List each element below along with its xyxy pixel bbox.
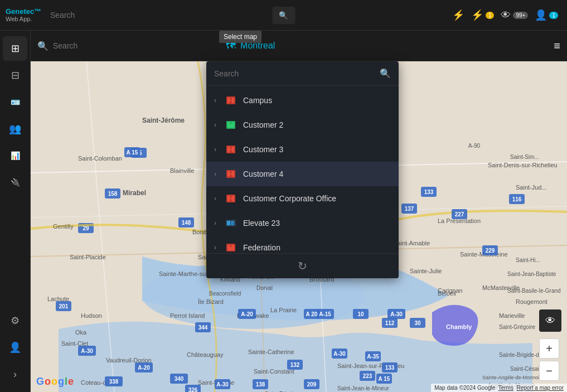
cameras-badge: 99+ bbox=[513, 12, 528, 19]
svg-text:138: 138 bbox=[256, 381, 265, 388]
topbar: Genetec™ Web App. 🔍 ⚡ ⚡ 1 👁 99+ 👤 1 bbox=[0, 0, 567, 31]
alerts-button[interactable]: ⚡ 1 bbox=[471, 9, 495, 21]
svg-text:A-30: A-30 bbox=[390, 311, 403, 317]
topbar-search-input[interactable] bbox=[50, 11, 229, 20]
topbar-right-controls: ⚡ ⚡ 1 👁 99+ 👤 1 bbox=[452, 9, 567, 21]
dropdown-item-elevate23[interactable]: › Elevate 23 bbox=[206, 211, 399, 235]
dropdown-search-area: 🔍 bbox=[206, 61, 399, 86]
svg-text:Dorval: Dorval bbox=[256, 285, 273, 291]
svg-point-146 bbox=[230, 196, 232, 198]
svg-text:326: 326 bbox=[188, 387, 198, 392]
zoom-in-icon: + bbox=[546, 342, 553, 355]
chevron-icon: › bbox=[214, 96, 216, 104]
svg-text:30: 30 bbox=[414, 320, 421, 326]
svg-text:Sainte-Catherine: Sainte-Catherine bbox=[248, 349, 294, 355]
svg-point-140 bbox=[230, 147, 232, 149]
svg-text:132: 132 bbox=[290, 362, 300, 368]
svg-text:10: 10 bbox=[357, 311, 364, 317]
svg-text:A-20: A-20 bbox=[138, 365, 150, 371]
svg-text:227: 227 bbox=[455, 211, 464, 217]
dropdown-item-customer4[interactable]: › Customer 4 bbox=[206, 162, 399, 186]
svg-text:A-35: A-35 bbox=[367, 354, 379, 360]
svg-text:A-30: A-30 bbox=[81, 348, 93, 354]
identity-icon: ⚡ bbox=[452, 9, 464, 21]
map-search-icon: 🔍 bbox=[37, 41, 49, 51]
elevate23-label: Elevate 23 bbox=[243, 219, 280, 228]
zoom-out-button[interactable]: − bbox=[539, 361, 559, 381]
dropdown-item-campus[interactable]: › Campus bbox=[206, 88, 399, 113]
svg-rect-148 bbox=[227, 221, 230, 225]
map-header: 🔍 🗺 Montreal ≡ bbox=[31, 31, 567, 61]
svg-text:Beaconsfield: Beaconsfield bbox=[209, 291, 241, 297]
dropdown-item-customer2[interactable]: › Customer 2 bbox=[206, 113, 399, 137]
terms-link[interactable]: Terms bbox=[498, 385, 513, 391]
svg-text:Châteauguay: Châteauguay bbox=[187, 351, 224, 358]
svg-text:Saint-Hi...: Saint-Hi... bbox=[516, 257, 540, 263]
dropdown-search-icon: 🔍 bbox=[380, 68, 391, 79]
sidebar-item-charts[interactable]: 📊 bbox=[3, 143, 27, 168]
zoom-in-button[interactable]: + bbox=[539, 338, 559, 359]
svg-text:209: 209 bbox=[307, 381, 317, 388]
dropdown-search-input[interactable] bbox=[214, 69, 375, 78]
svg-text:A-15: A-15 bbox=[319, 311, 331, 317]
svg-text:Perrot Island: Perrot Island bbox=[170, 312, 205, 319]
sidebar-item-plugin[interactable]: 🔌 bbox=[3, 170, 27, 195]
svg-text:Saint-Denis-sur-Richelieu: Saint-Denis-sur-Richelieu bbox=[488, 162, 558, 168]
customer-corp-map-icon bbox=[224, 192, 238, 205]
svg-text:A-30: A-30 bbox=[333, 351, 346, 357]
sidebar-item-account[interactable]: 👤 bbox=[3, 335, 27, 360]
center-search-button[interactable]: 🔍 bbox=[272, 7, 295, 24]
svg-text:A 20: A 20 bbox=[306, 311, 318, 317]
user-badge: 1 bbox=[549, 12, 558, 19]
sidebar-item-idcard[interactable]: 🪪 bbox=[3, 90, 27, 114]
svg-text:A-30: A-30 bbox=[216, 381, 229, 388]
customer4-label: Customer 4 bbox=[243, 170, 283, 178]
sidebar-bottom: ⚙ 👤 › bbox=[3, 308, 27, 392]
dropdown-item-customer3[interactable]: › Customer 3 bbox=[206, 137, 399, 162]
report-link[interactable]: Report a map error bbox=[517, 385, 564, 391]
layers-button[interactable]: ≡ bbox=[275, 40, 560, 52]
svg-text:Saint-Jérôme: Saint-Jérôme bbox=[142, 117, 185, 124]
customer3-label: Customer 3 bbox=[243, 145, 283, 154]
user-button[interactable]: 👤 1 bbox=[535, 9, 558, 21]
map-header-right: 🗺 Montreal ≡ bbox=[226, 40, 560, 52]
customer4-map-icon bbox=[224, 167, 238, 181]
brand-subtitle: Web App. bbox=[6, 16, 39, 23]
users-icon: 👥 bbox=[9, 123, 21, 135]
dropdown-item-federation[interactable]: › Federation bbox=[206, 235, 399, 253]
svg-text:116: 116 bbox=[512, 196, 522, 202]
select-map-tooltip: Select map bbox=[219, 31, 261, 43]
brand-name: Genetec™ bbox=[6, 7, 39, 16]
customer-corp-label: Customer Corporate Office bbox=[243, 194, 336, 203]
search-icon: 🔍 bbox=[279, 11, 288, 20]
svg-text:Oka: Oka bbox=[75, 329, 87, 336]
svg-point-152 bbox=[230, 245, 232, 247]
refresh-button[interactable]: ↻ bbox=[298, 259, 307, 273]
svg-text:Saint-Basile-le-Grand: Saint-Basile-le-Grand bbox=[507, 288, 561, 294]
eye-toggle-button[interactable]: 👁 bbox=[539, 309, 561, 332]
dropdown-footer: ↻ bbox=[206, 253, 399, 278]
svg-text:A-20: A-20 bbox=[241, 311, 253, 317]
svg-point-134 bbox=[230, 98, 232, 100]
sidebar-item-settings[interactable]: ⚙ bbox=[3, 308, 27, 333]
svg-text:A-90: A-90 bbox=[468, 143, 481, 149]
svg-text:Saint-Jud...: Saint-Jud... bbox=[516, 184, 547, 191]
svg-text:158: 158 bbox=[108, 191, 118, 197]
svg-text:344: 344 bbox=[198, 325, 208, 331]
map-search-input[interactable] bbox=[53, 41, 164, 50]
sidebar-item-expand[interactable]: › bbox=[3, 362, 27, 386]
svg-text:Île Bizard: Île Bizard bbox=[197, 298, 224, 305]
map-attribution: Map data ©2024 Google Terms Report a map… bbox=[431, 384, 567, 392]
sidebar-item-dashboard[interactable]: ⊞ bbox=[3, 36, 27, 61]
svg-text:Sainte-Angèle-de-Monnoir: Sainte-Angèle-de-Monnoir bbox=[482, 375, 541, 380]
chevron-icon: › bbox=[214, 170, 216, 178]
dropdown-item-customer-corp[interactable]: › Customer Corporate Office bbox=[206, 186, 399, 211]
svg-text:201: 201 bbox=[59, 303, 69, 309]
identity-button[interactable]: ⚡ bbox=[452, 9, 464, 21]
map-controls: 👁 + − bbox=[539, 309, 561, 381]
svg-text:Sainte-Julie: Sainte-Julie bbox=[410, 268, 442, 274]
sidebar-item-users[interactable]: 👥 bbox=[3, 117, 27, 141]
app-logo: Genetec™ Web App. bbox=[0, 7, 45, 23]
sidebar-item-grid[interactable]: ⊟ bbox=[3, 63, 27, 88]
cameras-button[interactable]: 👁 99+ bbox=[501, 9, 528, 21]
